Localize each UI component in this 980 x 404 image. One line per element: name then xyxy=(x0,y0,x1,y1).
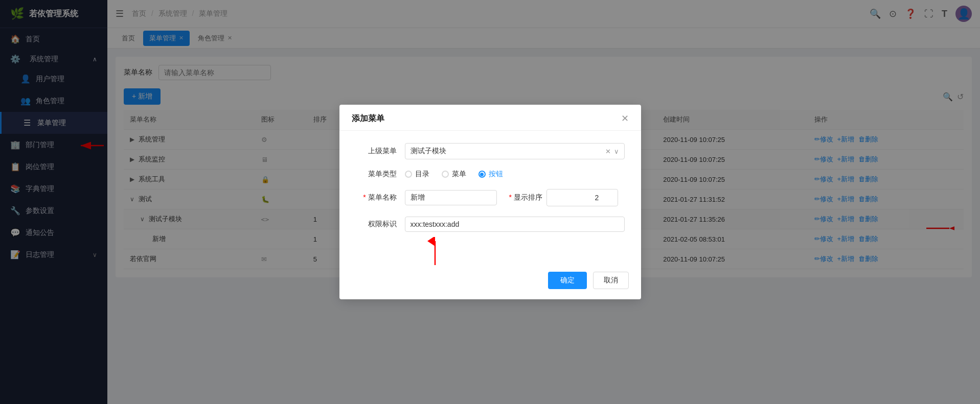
modal-body: 上级菜单 测试子模块 ✕ ∨ 菜单类型 目录 xyxy=(339,131,641,266)
menu-name-input[interactable] xyxy=(405,190,497,205)
menu-type-label: 菜单类型 xyxy=(356,170,397,179)
perm-row: 权限标识 xyxy=(356,217,625,232)
radio-button[interactable]: 按钮 xyxy=(478,170,503,179)
radio-directory[interactable]: 目录 xyxy=(405,170,429,179)
parent-menu-row: 上级菜单 测试子模块 ✕ ∨ xyxy=(356,143,625,159)
menu-type-row: 菜单类型 目录 菜单 按钮 xyxy=(356,170,625,179)
parent-menu-value: 测试子模块 xyxy=(411,147,446,156)
clear-icon[interactable]: ✕ xyxy=(605,148,611,155)
modal-header: 添加菜单 ✕ xyxy=(339,105,641,131)
select-icons: ✕ ∨ xyxy=(605,148,619,155)
modal-footer: 确定 取消 xyxy=(339,266,641,299)
radio-menu-circle xyxy=(442,171,449,178)
radio-directory-label: 目录 xyxy=(415,170,429,179)
radio-menu-label: 菜单 xyxy=(452,170,466,179)
parent-menu-select[interactable]: 测试子模块 ✕ ∨ xyxy=(405,143,625,159)
modal-overlay: 添加菜单 ✕ 上级菜单 测试子模块 ✕ ∨ 菜单类型 xyxy=(0,0,980,404)
modal-close-icon[interactable]: ✕ xyxy=(621,113,629,124)
display-order-input-wrap: ▲ ▼ xyxy=(546,189,618,206)
display-order-input[interactable] xyxy=(547,191,618,205)
confirm-button[interactable]: 确定 xyxy=(548,272,587,289)
perm-input[interactable] xyxy=(405,217,625,232)
name-order-row: 菜单名称 显示排序 ▲ ▼ xyxy=(356,189,625,206)
radio-menu[interactable]: 菜单 xyxy=(442,170,466,179)
modal-arrow-area xyxy=(356,242,625,257)
dropdown-icon[interactable]: ∨ xyxy=(614,148,619,155)
modal-title: 添加菜单 xyxy=(352,113,384,124)
add-menu-modal: 添加菜单 ✕ 上级菜单 测试子模块 ✕ ∨ 菜单类型 xyxy=(339,105,641,299)
menu-type-radio-group: 目录 菜单 按钮 xyxy=(405,170,503,179)
menu-name-label: 菜单名称 xyxy=(356,193,397,202)
annotation-arrow-up xyxy=(427,237,443,269)
radio-button-circle xyxy=(478,171,486,178)
parent-menu-label: 上级菜单 xyxy=(356,147,397,156)
radio-directory-circle xyxy=(405,171,412,178)
cancel-button[interactable]: 取消 xyxy=(593,272,629,289)
radio-button-label: 按钮 xyxy=(489,170,503,179)
perm-label: 权限标识 xyxy=(356,220,397,229)
display-order-label: 显示排序 xyxy=(509,193,542,202)
